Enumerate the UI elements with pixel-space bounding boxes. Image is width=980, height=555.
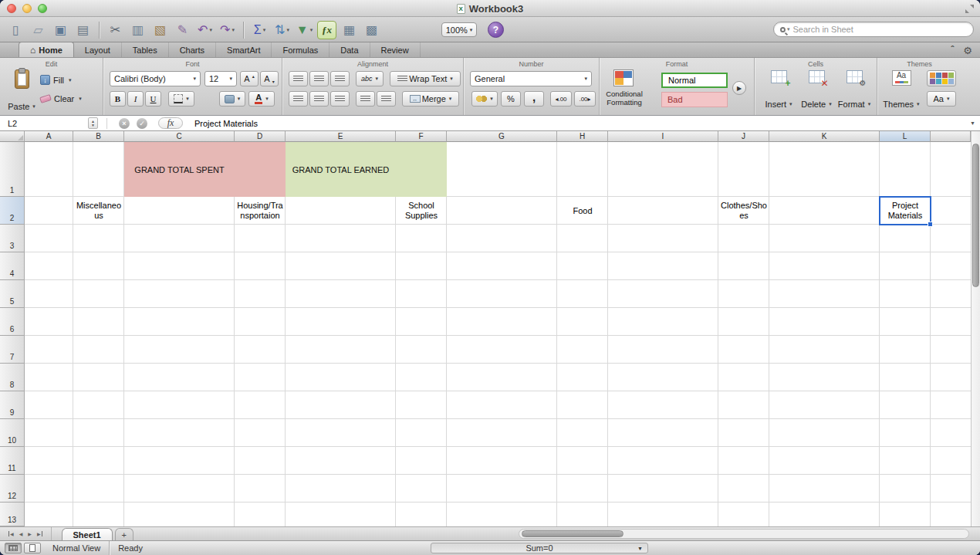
sort-ascending-icon[interactable]: ⇅▾: [272, 21, 292, 39]
sheet-tab-sheet1[interactable]: Sheet1: [62, 528, 113, 540]
row-header-10[interactable]: 10: [0, 419, 25, 447]
last-sheet-button[interactable]: ▶: [37, 531, 43, 536]
row-header-8[interactable]: 8: [0, 364, 25, 391]
column-header-D[interactable]: D: [235, 131, 286, 142]
format-cells-button[interactable]: ⚙ Format▾: [836, 68, 872, 111]
wrap-text-button[interactable]: Wrap Text▾: [390, 71, 461, 86]
column-headers[interactable]: ABCDEFGHIJKL: [25, 131, 971, 142]
column-header-K[interactable]: K: [769, 131, 880, 142]
paste-icon[interactable]: ▧: [150, 21, 170, 39]
tab-data[interactable]: Data: [329, 42, 370, 57]
style-gallery-next-button[interactable]: ▶: [732, 81, 746, 95]
row-header-1[interactable]: 1: [0, 142, 25, 197]
align-top-button[interactable]: [289, 71, 308, 86]
expand-formula-bar-icon[interactable]: ▼: [970, 120, 975, 126]
font-size-select[interactable]: 12▾: [204, 71, 237, 86]
autosum-icon[interactable]: Σ▾: [250, 21, 269, 39]
toolbox-icon[interactable]: ▦: [340, 21, 359, 39]
row-header-11[interactable]: 11: [0, 447, 25, 475]
save-icon[interactable]: ▣: [51, 21, 70, 39]
cell-D2[interactable]: Housing/Tra nsportaion: [235, 197, 286, 225]
cell-B2[interactable]: Miscellaneo us: [73, 197, 124, 225]
themes-button[interactable]: Aa Themes▾: [880, 68, 922, 111]
theme-colors-icon[interactable]: [927, 70, 956, 86]
increase-indent-button[interactable]: [377, 91, 396, 107]
fill-button[interactable]: ↓ Fill▾: [40, 75, 72, 85]
open-icon[interactable]: ▱: [29, 21, 48, 39]
underline-button[interactable]: U: [145, 91, 161, 107]
row-header-12[interactable]: 12: [0, 475, 25, 503]
accounting-format-button[interactable]: ▾: [471, 91, 498, 107]
percent-style-button[interactable]: %: [501, 91, 521, 107]
align-right-button[interactable]: [330, 91, 350, 107]
formula-content[interactable]: Project Materials: [194, 119, 258, 128]
align-bottom-button[interactable]: [330, 71, 350, 86]
column-header-F[interactable]: F: [396, 131, 447, 142]
sum-field[interactable]: Sum=0 ▼: [431, 543, 648, 553]
font-name-select[interactable]: Calibri (Body)▾: [110, 71, 201, 86]
zoom-select[interactable]: 100% ▾: [441, 22, 477, 37]
column-header-C[interactable]: C: [124, 131, 235, 142]
row-header-3[interactable]: 3: [0, 225, 25, 252]
increase-decimal-button[interactable]: ◂.00: [550, 91, 572, 107]
insert-cells-button[interactable]: + Insert▾: [761, 68, 796, 111]
row-header-9[interactable]: 9: [0, 391, 25, 419]
active-cell-selection[interactable]: [879, 196, 931, 225]
vertical-scrollbar[interactable]: [971, 131, 980, 526]
borders-button[interactable]: ▾: [168, 91, 194, 107]
bold-button[interactable]: B: [110, 91, 126, 107]
align-left-button[interactable]: [289, 91, 308, 107]
name-box[interactable]: L2 ▲▼: [0, 116, 102, 130]
redo-icon[interactable]: ↷▾: [218, 21, 237, 39]
row-header-5[interactable]: 5: [0, 280, 25, 308]
next-sheet-button[interactable]: ▶: [28, 531, 32, 536]
column-header-H[interactable]: H: [557, 131, 608, 142]
new-workbook-icon[interactable]: ▯: [6, 21, 25, 39]
column-header-J[interactable]: J: [718, 131, 769, 142]
copy-icon[interactable]: ▥: [128, 21, 147, 39]
clear-button[interactable]: Clear▾: [40, 94, 82, 103]
sheet-grid[interactable]: GRAND TOTAL SPENTGRAND TOTAL EARNEDMisce…: [25, 142, 971, 526]
horizontal-scrollbar-thumb[interactable]: [522, 530, 623, 537]
search-input[interactable]: [793, 25, 967, 34]
row-header-7[interactable]: 7: [0, 336, 25, 364]
normal-view-button[interactable]: [5, 543, 22, 553]
vertical-scrollbar-thumb[interactable]: [972, 144, 979, 287]
fill-color-button[interactable]: ▾: [219, 91, 245, 107]
conditional-formatting-button[interactable]: Conditional Formatting: [600, 90, 648, 107]
accept-entry-button[interactable]: ✓: [137, 118, 147, 129]
cut-icon[interactable]: ✂: [106, 21, 125, 39]
print-icon[interactable]: ▤: [73, 21, 93, 39]
tab-formulas[interactable]: Formulas: [272, 42, 329, 57]
column-header-L[interactable]: L: [880, 131, 931, 142]
prev-sheet-button[interactable]: ◀: [19, 531, 23, 536]
media-browser-icon[interactable]: ▩: [362, 21, 381, 39]
row-headers[interactable]: 12345678910111213: [0, 142, 25, 526]
number-format-select[interactable]: General▾: [470, 71, 592, 86]
add-sheet-button[interactable]: +: [115, 528, 133, 540]
delete-cells-button[interactable]: ✕ Delete▾: [799, 68, 834, 111]
tab-charts[interactable]: Charts: [169, 42, 216, 57]
undo-icon[interactable]: ↶▾: [195, 21, 215, 39]
ribbon-settings-gear-icon[interactable]: ⚙: [963, 45, 972, 56]
column-header-I[interactable]: I: [608, 131, 718, 142]
decrease-indent-button[interactable]: [356, 91, 375, 107]
format-painter-icon[interactable]: ✎: [173, 21, 192, 39]
shrink-font-button[interactable]: A▾: [260, 71, 279, 86]
cell-H2[interactable]: Food: [557, 197, 608, 225]
cell-style-bad[interactable]: Bad: [661, 92, 728, 107]
row-header-2[interactable]: 2: [0, 197, 25, 225]
align-middle-button[interactable]: [309, 71, 329, 86]
filter-icon[interactable]: ▼▾: [295, 21, 314, 39]
align-center-button[interactable]: [309, 91, 329, 107]
italic-button[interactable]: I: [127, 91, 144, 107]
fullscreen-icon[interactable]: [965, 5, 974, 13]
page-layout-view-button[interactable]: [24, 543, 41, 553]
conditional-formatting-icon[interactable]: [613, 69, 634, 86]
orientation-button[interactable]: abc▾: [356, 71, 384, 86]
column-header-A[interactable]: A: [25, 131, 73, 142]
cell-style-normal[interactable]: Normal: [661, 73, 728, 88]
tab-smartart[interactable]: SmartArt: [216, 42, 272, 57]
tab-tables[interactable]: Tables: [122, 42, 169, 57]
comma-style-button[interactable]: ,: [524, 91, 544, 107]
